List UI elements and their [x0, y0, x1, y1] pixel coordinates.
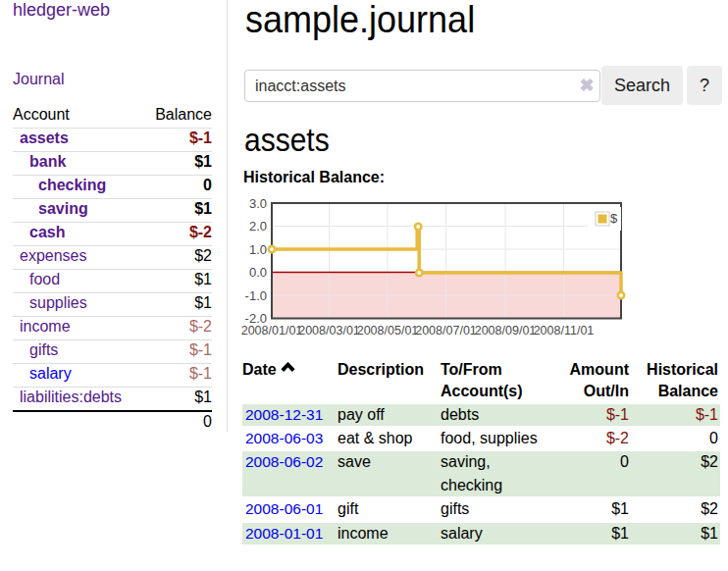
svg-text:2008/03/01: 2008/03/01 [298, 324, 360, 337]
svg-text:1.0: 1.0 [249, 242, 267, 257]
svg-text:2.0: 2.0 [249, 219, 267, 234]
svg-text:$: $ [610, 211, 618, 226]
svg-text:0.0: 0.0 [249, 265, 267, 280]
svg-text:2008/09/01: 2008/09/01 [475, 324, 537, 337]
svg-text:2008/07/01: 2008/07/01 [415, 324, 477, 337]
svg-text:-1.0: -1.0 [245, 288, 267, 303]
svg-text:2008/11/01: 2008/11/01 [534, 324, 595, 337]
svg-text:3.0: 3.0 [249, 196, 267, 211]
svg-text:2008/01/01: 2008/01/01 [241, 324, 303, 337]
svg-text:2008/05/01: 2008/05/01 [357, 324, 419, 337]
